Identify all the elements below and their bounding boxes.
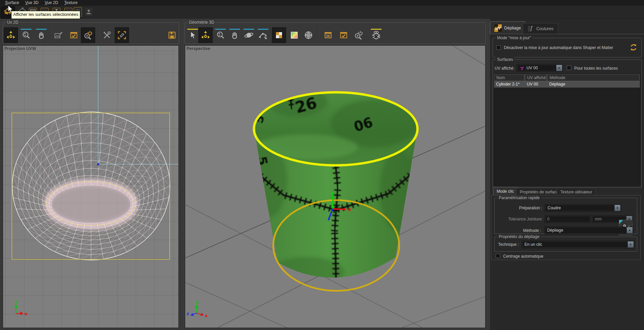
surfaces-table-header: Nom UV affiché Méthode [494,74,640,81]
geo-gradient-display-button[interactable] [287,27,301,43]
seams-icon [527,25,534,32]
zoom-power-icon [83,30,93,40]
centering-checkbox[interactable] [496,254,500,258]
surfaces-table[interactable]: Nom UV affiché Méthode Cylinder 2-1* UV … [494,74,640,186]
menu-vue-3d[interactable]: Vue 3D [22,0,42,6]
geo-window-diamond-button[interactable] [321,27,335,43]
tolerance-unit-value: mm [595,217,602,221]
column-header-uv[interactable]: UV affiché [525,74,547,81]
splitter-right[interactable] [486,20,490,328]
move-tool-icon [6,30,16,40]
geo-orbit-tool-button[interactable] [242,27,256,43]
axis-z-label: z [187,311,189,316]
axis-y-label: y [196,300,199,305]
geo-zoom-tool-button[interactable] [213,27,228,43]
cyan-indicator [36,29,47,30]
yellow-indicator [187,29,198,30]
yellow-indicator [371,29,382,30]
window-check-icon [339,31,348,40]
uv-display-icon [519,65,525,71]
geo-camera-path-button[interactable] [256,27,270,43]
uv-move-tool-button[interactable] [4,27,18,43]
perspective-viewport-label: Perspective [187,46,210,51]
geo-wireframe-display-button[interactable] [301,27,316,43]
svg-text:x: x [348,207,351,212]
tab-texture-utilisateur[interactable]: Texture utilisateur [557,188,596,195]
save-icon [168,31,176,40]
separator [50,26,51,38]
orbit-tool-icon [244,30,254,40]
axis-u-label: u [24,311,27,316]
uv2d-group-title: Uv 2D [6,20,20,25]
uv-validate-button[interactable] [67,27,81,43]
svg-text:y: y [331,190,334,195]
table-row[interactable]: Cylinder 2-1* UV 00 Dépliage [494,81,640,88]
geo-checker-display-button[interactable] [272,27,286,43]
splitter-left[interactable] [180,20,184,328]
chevron-down-icon: ▼ [615,205,620,211]
chevron-down-icon: ▼ [556,65,562,71]
technique-value: En un clic [524,242,542,247]
uv-transform-frame-button[interactable] [115,27,129,43]
column-header-methode[interactable]: Méthode [547,74,640,81]
wireframe-display-icon [304,30,313,40]
geo-select-tool-button[interactable] [186,27,200,43]
tab-proprietes-surface-label: Propriétés de surface [520,190,558,194]
uv-zoom-selected-button[interactable] [81,27,95,43]
uv-pan-tool-button[interactable] [34,27,48,43]
disable-auto-update-checkbox[interactable] [496,45,501,50]
tolerance-input[interactable]: 0 [545,215,591,223]
centering-label: Centrage automatique [503,254,543,259]
uv-texture-paint-button[interactable] [51,27,66,43]
separator [319,26,320,38]
preparation-label: Préparation : [519,206,542,210]
transform-frame-icon [117,30,127,40]
perspective-viewport[interactable]: 269055690yx Perspective y x z [185,45,486,328]
preparation-dropdown[interactable]: Coudre ▼ [545,204,621,212]
uv-tools-button[interactable] [100,27,114,43]
uv-display-value: UV 00 [527,66,538,70]
geo-pan-tool-button[interactable] [228,27,242,43]
uv-display-dropdown[interactable]: UV 00 ▼ [517,64,563,72]
tab-depliage[interactable]: UV Dépliage [490,21,525,34]
update-mode-title: Mode "mise à jour" [496,36,533,40]
tab-coutures[interactable]: Coutures [523,23,558,34]
tab-texture-utilisateur-label: Texture utilisateur [560,190,592,194]
column-header-nom[interactable]: Nom [494,74,524,81]
uv-zoom-tool-button[interactable] [19,27,33,43]
tolerance-value: 0 [547,217,550,221]
geo-window-check-button[interactable] [337,27,351,43]
main-toolbar: 0bd 10 [0,6,644,19]
all-surfaces-label: Pour toutes les surfaces [574,66,618,71]
mouse-cursor [7,5,14,14]
menu-vue-2d[interactable]: Vue 2D [42,0,61,6]
chevron-down-icon: ▼ [628,241,634,248]
geo-zoom-selected-button[interactable] [351,27,366,43]
all-surfaces-checkbox[interactable] [567,66,571,70]
technique-dropdown[interactable]: En un clic ▼ [522,241,634,248]
row-cell-uv: UV 00 [525,81,547,88]
surfaces-group: Surfaces UV affiché: UV 00 ▼ Pour toutes… [493,60,642,188]
window-diamond-icon [324,31,332,40]
tab-mode-clic[interactable]: Mode clic [493,187,518,195]
zoom-power-icon [354,30,363,40]
row-cell-methode: Dépliage [547,81,640,88]
user-icon [85,8,92,15]
world-axis-gizmo: y x z [185,298,216,321]
methode-dropdown[interactable]: Dépliage ▼ [544,227,633,234]
uv-viewport[interactable]: Projection UVW v u [3,45,179,328]
tab-proprietes-surface[interactable]: Propriétés de surface [516,188,562,195]
quick-param-title: Paramétrisation rapide [497,195,541,200]
methode-value: Dépliage [547,228,563,233]
menu-bar: Surface Vue 3D Vue 2D Texture [0,0,644,6]
tab-coutures-label: Coutures [536,26,554,31]
user-button[interactable] [85,8,93,16]
checker-display-icon [275,31,283,39]
sync-icon[interactable] [629,43,638,52]
cyan-indicator [229,29,240,30]
geo-show-surfaces-button[interactable] [369,27,383,43]
show-surfaces-eye-icon [371,30,381,40]
menu-texture[interactable]: Texture [61,0,81,6]
geo-move-tool-button[interactable] [198,27,213,43]
uv-save-button[interactable] [165,27,179,43]
